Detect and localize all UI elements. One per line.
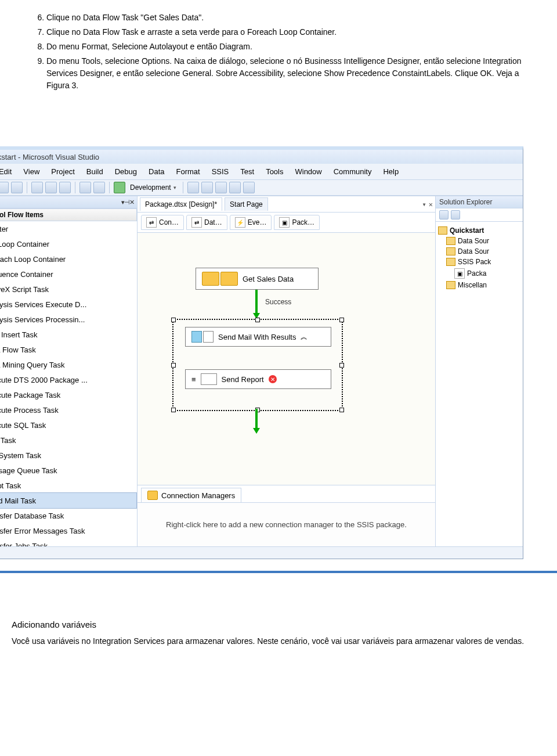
section-body: Você usa variáveis no Integration Servic… bbox=[12, 635, 534, 647]
solexp-title[interactable]: Solution Explorer bbox=[436, 196, 523, 208]
toolbox-item[interactable]: ⇄Transfer Jobs Task bbox=[0, 538, 137, 546]
menu-view[interactable]: View bbox=[19, 166, 44, 177]
tree-item[interactable]: Data Sour bbox=[438, 236, 520, 246]
cm-tab[interactable]: Connection Managers bbox=[141, 488, 241, 502]
tab-package[interactable]: Package.dtsx [Design]* bbox=[140, 197, 222, 211]
menu-data[interactable]: Data bbox=[144, 166, 169, 177]
subtab-dataflow[interactable]: ⇄Dat… bbox=[186, 215, 227, 230]
step: Do menu Tools, selecione Options. Na cai… bbox=[46, 55, 534, 92]
toolbox-item[interactable]: ⇄Transfer Database Task bbox=[0, 508, 137, 523]
toolbox-item[interactable]: ✉Send Mail Task bbox=[0, 492, 137, 509]
menu-format[interactable]: Format bbox=[171, 166, 204, 177]
toolbox-item-label: Analysis Services Execute D... bbox=[0, 300, 86, 309]
task-send-report[interactable]: ≡ Send Report ✕ bbox=[185, 369, 331, 389]
task-get-sales-data[interactable]: Get Sales Data bbox=[196, 268, 319, 290]
tool-icon[interactable] bbox=[201, 182, 213, 193]
menu-tools[interactable]: Tools bbox=[261, 166, 288, 177]
toolbox-category-header[interactable]: − Control Flow Items bbox=[0, 208, 137, 221]
toolbox-item[interactable]: 🗎File System Task bbox=[0, 448, 137, 463]
toolbox-item[interactable]: ◆Analysis Services Processin... bbox=[0, 312, 137, 327]
tree-item[interactable]: Data Sour bbox=[438, 246, 520, 257]
solexp-icon[interactable] bbox=[451, 210, 460, 219]
open-icon[interactable] bbox=[0, 182, 9, 193]
project-icon bbox=[438, 226, 447, 235]
menu-test[interactable]: Test bbox=[236, 166, 259, 177]
tool-icon[interactable] bbox=[215, 182, 227, 193]
expand-icon[interactable]: ︽ bbox=[301, 332, 308, 342]
toolbox-item[interactable]: ▶Execute Process Task bbox=[0, 402, 137, 417]
toolbox-item[interactable]: ⇄Transfer Error Messages Task bbox=[0, 523, 137, 538]
menu-ssis[interactable]: SSIS bbox=[207, 166, 234, 177]
cm-hint[interactable]: Right-click here to add a new connection… bbox=[138, 502, 435, 546]
toolbox-item-label: Bulk Insert Task bbox=[0, 330, 38, 339]
toolbox-item-label: Data Flow Task bbox=[0, 345, 36, 354]
toolbox-item[interactable]: ◉Execute DTS 2000 Package ... bbox=[0, 372, 137, 387]
run-icon[interactable] bbox=[114, 182, 125, 193]
precedence-arrow[interactable] bbox=[255, 409, 258, 429]
menu-window[interactable]: Window bbox=[290, 166, 326, 177]
separator-icon bbox=[183, 182, 183, 193]
toolbox-item[interactable]: ⇄Data Flow Task bbox=[0, 342, 137, 357]
tree-root[interactable]: Quickstart bbox=[438, 225, 520, 236]
tool-icon[interactable] bbox=[243, 182, 255, 193]
redo-icon[interactable] bbox=[93, 182, 105, 193]
toolbox-item[interactable]: ◻Sequence Container bbox=[0, 267, 137, 282]
package-icon: ▣ bbox=[454, 268, 465, 279]
post-text: Adicionando variáveis Você usa variáveis… bbox=[0, 620, 557, 647]
subtab-controlflow[interactable]: ⇄Con… bbox=[141, 215, 184, 230]
tree-item[interactable]: ▣Packa bbox=[438, 267, 520, 280]
tool-icon[interactable] bbox=[229, 182, 241, 193]
toolbox-title[interactable]: Toolbox ▾ ⊣ ✕ bbox=[0, 196, 137, 208]
solution-tree[interactable]: Quickstart Data Sour Data Sour SSIS Pack… bbox=[436, 222, 523, 294]
undo-icon[interactable] bbox=[79, 182, 91, 193]
toolbox-item[interactable]: ▣Execute Package Task bbox=[0, 387, 137, 402]
subtab-events[interactable]: ⚡Eve… bbox=[230, 215, 272, 230]
menu-edit[interactable]: Edit bbox=[0, 166, 16, 177]
designer-area: Package.dtsx [Design]* Start Page ▾ ✕ ⇄C… bbox=[138, 196, 435, 546]
tool-icon[interactable] bbox=[187, 182, 199, 193]
toolbox-item[interactable]: ↖Pointer bbox=[0, 221, 137, 236]
toolbox-item[interactable]: ✦Data Mining Query Task bbox=[0, 357, 137, 372]
toolbox-item[interactable]: ✎ActiveX Script Task bbox=[0, 282, 137, 297]
design-canvas[interactable]: Get Sales Data Success S bbox=[138, 233, 435, 485]
toolbox-item[interactable]: ◻Foreach Loop Container bbox=[0, 251, 137, 267]
folder-icon bbox=[446, 281, 455, 289]
tree-item[interactable]: SSIS Pack bbox=[438, 257, 520, 267]
window-titlebar[interactable]: Quickstart - Microsoft Visual Studio bbox=[0, 150, 523, 164]
toolbox-item-label: Transfer Database Task bbox=[0, 512, 64, 520]
subtab-package[interactable]: ▣Pack… bbox=[274, 215, 320, 230]
toolbox-item[interactable]: ⇅FTP Task bbox=[0, 433, 137, 448]
toolbox-item[interactable]: ◆Analysis Services Execute D... bbox=[0, 297, 137, 312]
solexp-icon[interactable] bbox=[439, 210, 449, 219]
toolbox-item[interactable]: ✎Script Task bbox=[0, 478, 137, 493]
tab-startpage[interactable]: Start Page bbox=[225, 197, 268, 211]
menu-help[interactable]: Help bbox=[378, 166, 403, 177]
menu-community[interactable]: Community bbox=[329, 166, 377, 177]
pin-close-icons[interactable]: ▾ ⊣ ✕ bbox=[121, 199, 133, 206]
toolbox-item[interactable]: ◻For Loop Container bbox=[0, 236, 137, 251]
cut-icon[interactable] bbox=[31, 182, 43, 193]
tab-icon: ▣ bbox=[279, 217, 290, 228]
database-icon bbox=[220, 272, 238, 286]
tab-close-icon[interactable]: ✕ bbox=[429, 200, 433, 208]
menu-project[interactable]: Project bbox=[46, 166, 79, 177]
tree-item[interactable]: Miscellan bbox=[438, 280, 520, 290]
toolbox-item-label: Execute Package Task bbox=[0, 391, 60, 399]
toolbox-item[interactable]: ≡Bulk Insert Task bbox=[0, 327, 137, 342]
foreach-container-selected[interactable]: Send Mail With Results ︽ ≡ Send Report ✕ bbox=[172, 319, 343, 411]
copy-icon[interactable] bbox=[45, 182, 57, 193]
toolbox-item[interactable]: ▣Execute SQL Task bbox=[0, 417, 137, 433]
toolbox-item[interactable]: ☰Message Queue Task bbox=[0, 463, 137, 478]
menu-build[interactable]: Build bbox=[82, 166, 108, 177]
precedence-arrow[interactable] bbox=[255, 290, 258, 314]
doc-icon bbox=[203, 331, 214, 343]
paste-icon[interactable] bbox=[59, 182, 71, 193]
menu-debug[interactable]: Debug bbox=[110, 166, 142, 177]
toolbox-item-label: Execute DTS 2000 Package ... bbox=[0, 376, 88, 384]
arrowhead-icon bbox=[253, 428, 260, 434]
toolbox-item-label: Analysis Services Processin... bbox=[0, 315, 85, 324]
save-icon[interactable] bbox=[11, 182, 23, 193]
config-dropdown[interactable]: Development bbox=[128, 183, 179, 192]
tab-dropdown-icon[interactable]: ▾ bbox=[422, 200, 426, 208]
task-send-mail[interactable]: Send Mail With Results ︽ bbox=[185, 327, 331, 347]
